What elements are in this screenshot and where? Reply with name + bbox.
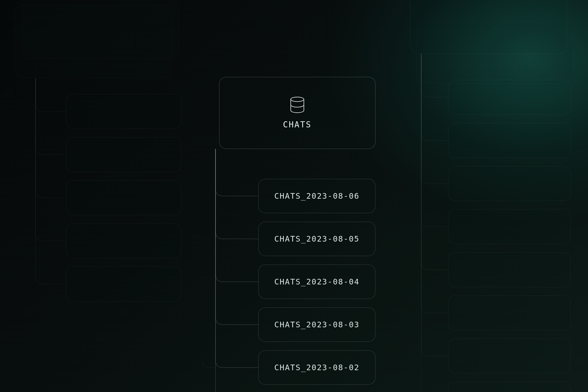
child-label: CHATS_2023-08-05 <box>274 234 360 244</box>
svg-point-0 <box>291 97 304 102</box>
child-node[interactable]: CHATS_2023-08-06 <box>258 179 375 213</box>
child-label: CHATS_2023-08-04 <box>274 277 360 286</box>
child-node[interactable]: CHATS_2023-08-04 <box>258 264 375 299</box>
child-node[interactable]: CHATS_2023-08-02 <box>258 350 375 385</box>
root-node-chats[interactable]: CHATS <box>219 77 375 149</box>
child-label: CHATS_2023-08-06 <box>274 191 360 201</box>
child-node[interactable]: CHATS_2023-08-05 <box>258 222 375 256</box>
diagram-canvas: CHATS CHATS_2023-08-06 CHATS_2023-08-05 … <box>0 0 588 392</box>
child-label: CHATS_2023-08-03 <box>274 320 360 329</box>
child-label: CHATS_2023-08-02 <box>274 363 360 372</box>
database-icon <box>290 97 305 113</box>
child-node[interactable]: CHATS_2023-08-03 <box>258 308 375 342</box>
root-label: CHATS <box>283 120 312 129</box>
